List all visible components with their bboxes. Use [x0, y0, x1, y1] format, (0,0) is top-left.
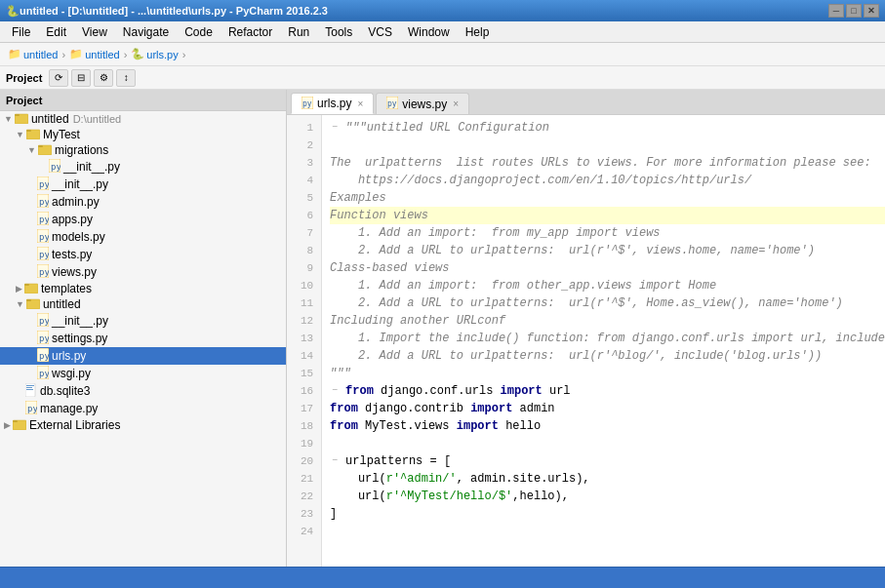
- tree-item-templates[interactable]: ▶templates: [0, 281, 286, 296]
- tab-label: urls.py: [317, 97, 351, 110]
- menu-item-tools[interactable]: Tools: [317, 23, 360, 41]
- tree-item-untitled[interactable]: ▼untitled: [0, 296, 286, 312]
- main-layout: Project ▼untitledD:\untitled▼MyTest▼migr…: [0, 90, 885, 567]
- fold-icon[interactable]: −: [332, 452, 338, 470]
- sync-button[interactable]: ⟳: [49, 69, 68, 87]
- tree-item-__init__-py[interactable]: py__init__.py: [0, 158, 286, 176]
- tree-file-icon: py: [37, 247, 49, 262]
- minimize-button[interactable]: ─: [828, 4, 844, 18]
- tree-item-admin-py[interactable]: pyadmin.py: [0, 193, 286, 211]
- tree-item-views-py[interactable]: pyviews.py: [0, 263, 286, 281]
- scroll-editor-button[interactable]: ↕: [116, 69, 136, 87]
- code-line: Function views: [330, 207, 885, 224]
- tree-item-urls-py[interactable]: pyurls.py: [0, 347, 286, 365]
- code-line: Class-based views: [330, 259, 885, 277]
- svg-text:py: py: [39, 197, 49, 207]
- fold-icon[interactable]: −: [332, 119, 338, 137]
- code-line: https://docs.djangoproject.com/en/1.10/t…: [330, 172, 885, 189]
- svg-text:py: py: [387, 99, 397, 108]
- tab-close-button[interactable]: ×: [453, 98, 459, 109]
- menu-item-file[interactable]: File: [4, 23, 38, 41]
- tree-file-icon: [25, 383, 37, 399]
- tree-item-migrations[interactable]: ▼migrations: [0, 142, 286, 158]
- tab-views-py[interactable]: pyviews.py×: [376, 93, 469, 114]
- collapse-button[interactable]: ⊟: [71, 69, 91, 87]
- breadcrumb-icon-3: 🐍: [131, 48, 144, 60]
- menu-item-edit[interactable]: Edit: [38, 23, 74, 41]
- title-text: untitled - [D:\untitled] - ...\untitled\…: [20, 5, 328, 17]
- tree-file-icon: [26, 128, 40, 141]
- tree-item-settings-py[interactable]: pysettings.py: [0, 330, 286, 347]
- code-line: 1. Add an import: from other_app.views i…: [330, 277, 885, 294]
- tree-item-label: settings.py: [52, 332, 107, 345]
- tree-file-icon: py: [37, 194, 49, 210]
- svg-rect-39: [13, 420, 18, 422]
- breadcrumb-icon: 📁: [8, 48, 21, 60]
- tree-file-icon: [13, 418, 26, 432]
- menu-item-help[interactable]: Help: [458, 23, 498, 41]
- menu-item-run[interactable]: Run: [280, 23, 317, 41]
- tree-item-db-sqlite3[interactable]: db.sqlite3: [0, 382, 286, 400]
- svg-rect-23: [26, 299, 31, 301]
- code-line: Including another URLconf: [330, 312, 885, 330]
- breadcrumb-item-1[interactable]: untitled: [23, 49, 58, 60]
- breadcrumb-bar: 📁 untitled › 📁 untitled › 🐍 urls.py ›: [0, 43, 885, 66]
- tree-item-untitled[interactable]: ▼untitledD:\untitled: [0, 111, 286, 127]
- maximize-button[interactable]: □: [846, 4, 862, 18]
- menu-item-navigate[interactable]: Navigate: [115, 23, 177, 41]
- code-line: 1. Add an import: from my_app import vie…: [330, 224, 885, 242]
- tree-item-sublabel: D:\untitled: [73, 113, 122, 125]
- tree-item-label: models.py: [52, 230, 105, 244]
- menu-bar: FileEditViewNavigateCodeRefactorRunTools…: [0, 21, 885, 43]
- tree-item-label: untitled: [31, 112, 69, 126]
- tree-item-wsgi-py[interactable]: pywsgi.py: [0, 365, 286, 382]
- svg-text:py: py: [39, 316, 49, 326]
- settings-button[interactable]: ⚙: [94, 69, 113, 87]
- tab-close-button[interactable]: ×: [357, 98, 363, 109]
- fold-icon[interactable]: −: [332, 382, 338, 400]
- code-editor[interactable]: 123456789101112131415161718192021222324 …: [287, 115, 885, 567]
- tree-item-__init__-py[interactable]: py__init__.py: [0, 176, 286, 193]
- tab-urls-py[interactable]: pyurls.py×: [291, 93, 374, 114]
- tree-file-icon: py: [25, 401, 37, 416]
- breadcrumb-item-3[interactable]: urls.py: [146, 49, 178, 60]
- code-line: [330, 435, 885, 452]
- menu-item-view[interactable]: View: [74, 23, 115, 41]
- tree-item-label: urls.py: [52, 349, 86, 363]
- code-line: url(r'^MyTest/hello/$',hello),: [330, 488, 885, 505]
- svg-rect-21: [24, 284, 29, 286]
- svg-text:py: py: [302, 99, 312, 108]
- code-line: [330, 523, 885, 540]
- tree-item-label: __init__.py: [52, 177, 108, 191]
- tree-file-icon: [15, 112, 28, 126]
- tree-item-label: admin.py: [52, 195, 100, 209]
- tree-item-apps-py[interactable]: pyapps.py: [0, 211, 286, 228]
- tree-arrow-icon: ▶: [4, 420, 11, 430]
- tree-item-manage-py[interactable]: pymanage.py: [0, 400, 286, 417]
- svg-text:py: py: [39, 333, 49, 343]
- menu-item-code[interactable]: Code: [177, 23, 221, 41]
- menu-item-vcs[interactable]: VCS: [360, 23, 400, 41]
- tree-item-MyTest[interactable]: ▼MyTest: [0, 127, 286, 142]
- tree-item-label: views.py: [52, 265, 97, 279]
- tree-item-label: manage.py: [40, 402, 98, 415]
- tree-file-icon: py: [37, 176, 49, 192]
- menu-item-refactor[interactable]: Refactor: [221, 23, 280, 41]
- tree-item-__init__-py[interactable]: py__init__.py: [0, 312, 286, 330]
- sidebar: Project ▼untitledD:\untitled▼MyTest▼migr…: [0, 90, 287, 567]
- menu-item-window[interactable]: Window: [400, 23, 458, 41]
- tree-item-models-py[interactable]: pymodels.py: [0, 228, 286, 246]
- tree-file-icon: [24, 282, 38, 295]
- tree-arrow-icon: ▼: [16, 299, 24, 309]
- breadcrumb-item-2[interactable]: untitled: [85, 49, 119, 60]
- close-button[interactable]: ✕: [864, 4, 879, 18]
- code-content[interactable]: −"""untitled URL ConfigurationThe urlpat…: [322, 115, 885, 567]
- tabs-bar: pyurls.py×pyviews.py×: [287, 90, 885, 115]
- status-bar: [0, 567, 885, 588]
- code-line: −from django.conf.urls import url: [345, 382, 885, 400]
- tree-item-External Libraries[interactable]: ▶External Libraries: [0, 417, 286, 433]
- code-line: −"""untitled URL Configuration: [345, 119, 885, 137]
- tree-item-tests-py[interactable]: pytests.py: [0, 246, 286, 263]
- code-line: 2. Add a URL to urlpatterns: url(r'^$', …: [330, 242, 885, 259]
- svg-text:py: py: [27, 404, 37, 413]
